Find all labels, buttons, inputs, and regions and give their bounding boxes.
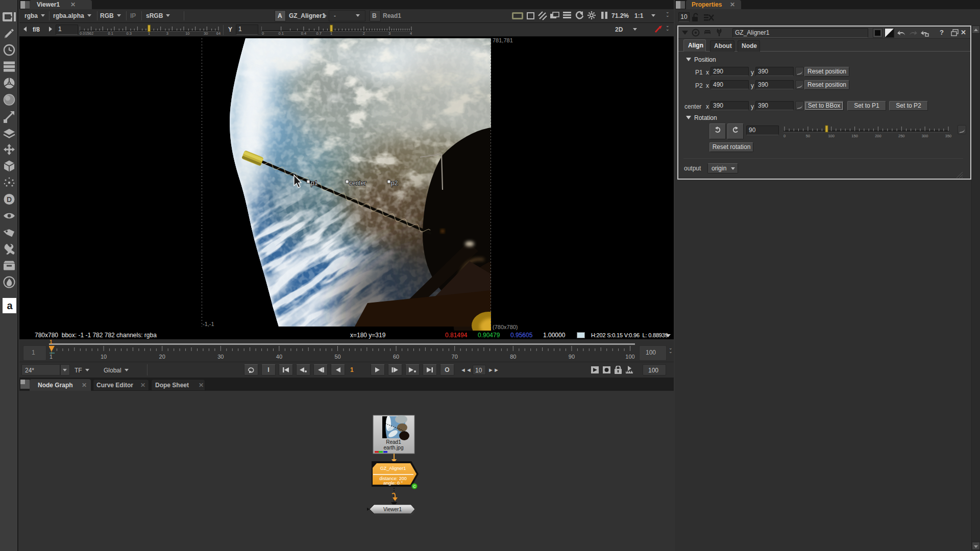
svg-text:0.1: 0.1 <box>278 31 283 36</box>
svg-text:150: 150 <box>851 134 858 138</box>
svg-text:center: center <box>349 180 366 187</box>
svg-text:GZ_Aligner1: GZ_Aligner1 <box>380 466 406 471</box>
svg-text:100: 100 <box>828 134 835 138</box>
svg-text:0.4: 0.4 <box>301 31 306 36</box>
svg-text:earth.jpg: earth.jpg <box>384 445 404 450</box>
svg-text:100: 100 <box>625 354 634 360</box>
svg-text:200: 200 <box>875 134 881 138</box>
svg-text:C: C <box>413 485 415 488</box>
svg-text:p2: p2 <box>391 180 398 187</box>
svg-text:D: D <box>7 195 12 204</box>
svg-text:3: 3 <box>166 31 168 36</box>
svg-text:0: 0 <box>262 31 264 36</box>
svg-text:0.7: 0.7 <box>316 31 321 36</box>
svg-text:0.1: 0.1 <box>108 31 113 36</box>
svg-text:a: a <box>7 300 13 311</box>
svg-text:50: 50 <box>334 354 340 360</box>
svg-text:0.01562: 0.01562 <box>80 31 93 36</box>
svg-text:p1: p1 <box>311 180 318 187</box>
svg-text:250: 250 <box>898 134 905 138</box>
svg-text:4: 4 <box>410 31 412 36</box>
svg-text:10: 10 <box>185 31 189 36</box>
svg-text:2: 2 <box>363 31 365 36</box>
svg-text:angle: 0 °: angle: 0 ° <box>383 481 403 486</box>
svg-text:20: 20 <box>159 354 165 360</box>
svg-text:60: 60 <box>393 354 399 360</box>
svg-text:30: 30 <box>204 31 208 36</box>
svg-text:0: 0 <box>783 134 786 138</box>
svg-text:3: 3 <box>388 31 390 36</box>
svg-text:300: 300 <box>922 134 928 138</box>
svg-text:10: 10 <box>101 354 107 360</box>
svg-text:0.3: 0.3 <box>126 31 131 36</box>
svg-text:90: 90 <box>569 354 575 360</box>
svg-text:Viewer1: Viewer1 <box>383 507 402 512</box>
svg-text:64: 64 <box>216 31 220 36</box>
svg-text:350: 350 <box>945 134 952 138</box>
svg-text:Read1: Read1 <box>386 439 401 445</box>
svg-text:80: 80 <box>510 354 516 360</box>
svg-text:1: 1 <box>50 354 53 360</box>
svg-text:70: 70 <box>452 354 458 360</box>
svg-text:50: 50 <box>806 134 810 138</box>
svg-text:30: 30 <box>217 354 224 360</box>
svg-text:40: 40 <box>276 354 282 360</box>
